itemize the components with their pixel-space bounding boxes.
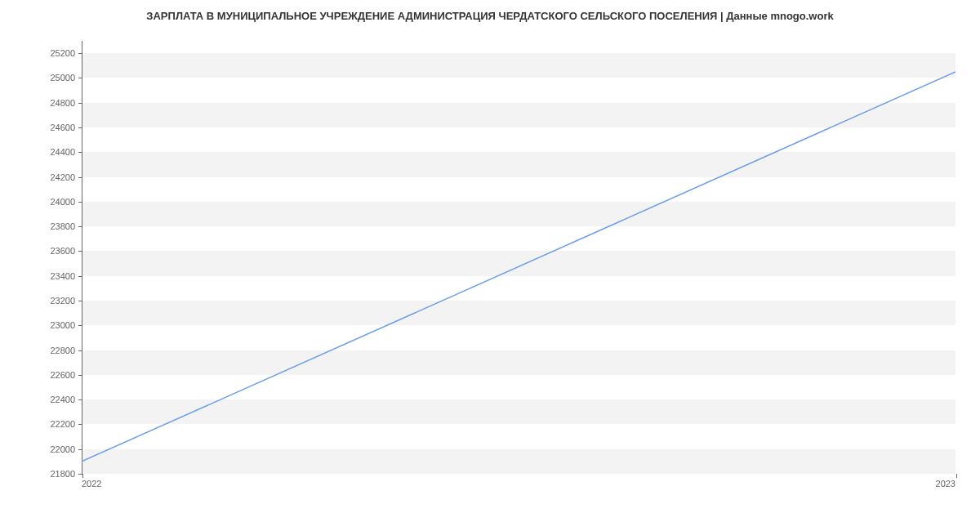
y-tick-mark [78,301,82,301]
y-tick-label: 21800 [50,469,75,479]
y-tick-label: 24800 [50,98,75,108]
chart-title: ЗАРПЛАТА В МУНИЦИПАЛЬНОЕ УЧРЕЖДЕНИЕ АДМИ… [0,0,980,29]
y-tick-label: 24600 [50,123,75,132]
y-tick-label: 22800 [50,346,75,355]
y-tick-label: 23600 [50,246,75,256]
x-tick-label: 2022 [82,479,101,489]
y-tick-label: 25000 [50,73,75,83]
y-tick-mark [78,78,82,78]
y-tick-mark [78,424,82,425]
y-tick-label: 23400 [50,271,75,281]
y-tick-mark [78,103,82,104]
grid-band [82,449,956,474]
y-tick-label: 24400 [50,147,75,157]
y-tick-label: 24000 [50,197,75,207]
y-tick-mark [78,276,82,277]
y-tick-mark [78,152,82,153]
y-tick-label: 23200 [50,296,75,306]
y-tick-mark [78,202,82,203]
y-tick-label: 23800 [50,221,75,231]
x-tick-mark [956,474,957,478]
y-tick-mark [78,399,82,400]
y-tick-label: 25200 [50,48,75,58]
y-tick-label: 24200 [50,172,75,182]
plot-area [82,41,956,474]
y-tick-mark [78,325,82,326]
x-tick-label: 2023 [936,479,956,489]
grid-band [82,202,956,226]
y-tick-mark [78,251,82,252]
grid-band [82,399,956,424]
y-tick-mark [78,53,82,54]
grid-band [82,152,956,176]
y-tick-label: 22200 [50,419,75,429]
y-tick-label: 23000 [50,320,75,330]
grid-band [82,103,956,127]
grid-band [82,350,956,375]
grid-band [82,53,956,78]
x-tick-mark [82,474,83,478]
y-tick-label: 22600 [50,370,75,380]
y-tick-mark [78,449,82,450]
y-tick-mark [78,226,82,227]
chart-container: 2180022000222002240022600228002300023200… [82,33,956,490]
y-tick-mark [78,375,82,376]
y-tick-mark [78,127,82,128]
y-tick-mark [78,177,82,178]
grid-band [82,301,956,325]
y-tick-label: 22400 [50,395,75,404]
y-tick-mark [78,350,82,351]
grid-band [82,251,956,275]
y-tick-label: 22000 [50,444,75,454]
